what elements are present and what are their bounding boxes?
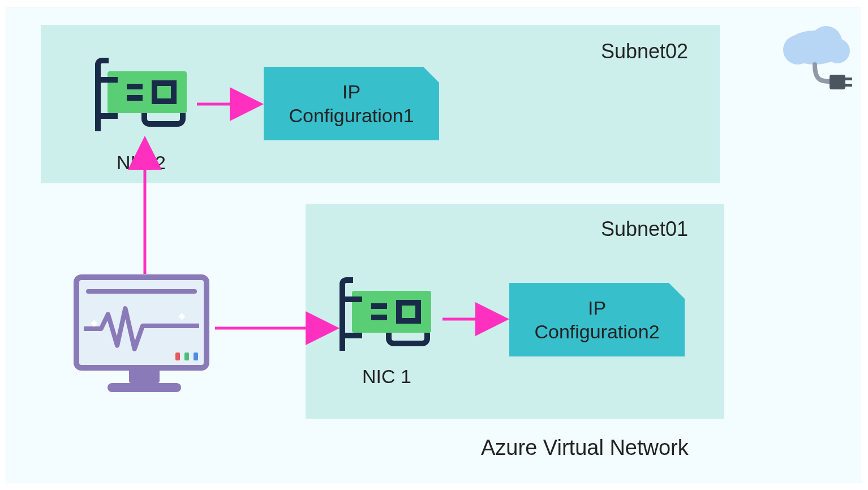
ip-cfg2-line1: IP — [588, 296, 606, 320]
cloud-plug-icon — [771, 19, 856, 98]
ip-cfg2-line2: Configuration2 — [534, 320, 659, 344]
svg-rect-6 — [845, 84, 852, 87]
svg-marker-8 — [178, 313, 185, 320]
monitor-vm-icon — [74, 274, 215, 405]
nic-1-label: NIC 1 — [362, 366, 411, 388]
svg-rect-5 — [845, 78, 852, 80]
svg-point-1 — [783, 35, 813, 65]
nic-2-label: NIC 2 — [117, 152, 166, 174]
vnet-label: Azure Virtual Network — [481, 436, 689, 460]
subnet-02-label: Subnet02 — [601, 40, 688, 63]
nic-1-icon — [340, 272, 436, 351]
ip-configuration-2-box: IP Configuration2 — [509, 283, 685, 356]
svg-point-3 — [825, 38, 850, 63]
svg-marker-7 — [91, 320, 97, 327]
nic-2-icon — [95, 52, 191, 131]
ip-cfg1-line1: IP — [342, 80, 360, 104]
subnet-01-label: Subnet01 — [601, 217, 688, 241]
svg-rect-4 — [830, 75, 845, 89]
ip-configuration-1-box: IP Configuration1 — [264, 67, 439, 140]
ip-cfg1-line2: Configuration1 — [289, 104, 414, 128]
